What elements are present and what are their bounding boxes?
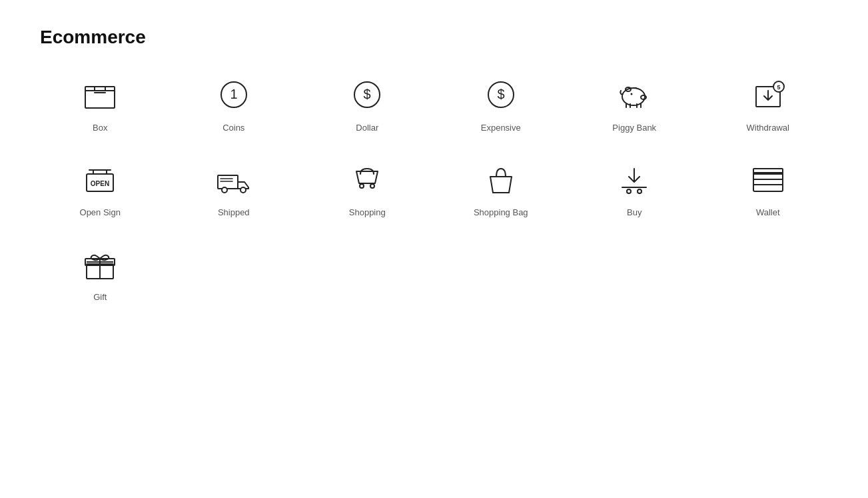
withdrawal-icon: 5 (748, 75, 788, 115)
piggy-bank-icon (614, 75, 654, 115)
expensive-icon: $ (481, 75, 521, 115)
svg-point-18 (222, 187, 227, 193)
icon-item-box[interactable]: Box (40, 75, 161, 133)
wallet-label: Wallet (756, 207, 780, 217)
expensive-label: Expensive (481, 123, 521, 133)
buy-label: Buy (627, 207, 642, 217)
svg-rect-1 (95, 87, 105, 91)
dollar-label: Dollar (356, 123, 378, 133)
icon-item-shopping[interactable]: Shopping (307, 159, 428, 217)
wallet-icon (748, 159, 788, 199)
icon-item-dollar[interactable]: $ Dollar (307, 75, 428, 133)
icon-item-open-sign[interactable]: OPEN Open Sign (40, 159, 161, 217)
open-sign-label: Open Sign (80, 207, 121, 217)
svg-point-20 (360, 184, 364, 188)
svg-text:1: 1 (230, 87, 237, 101)
icon-item-buy[interactable]: Buy (574, 159, 695, 217)
page-title: Ecommerce (40, 27, 828, 48)
svg-point-11 (631, 93, 633, 95)
icon-grid-row3: Gift (40, 244, 828, 302)
shipped-label: Shipped (218, 207, 250, 217)
coins-icon: 1 (214, 75, 254, 115)
icon-item-gift[interactable]: Gift (40, 244, 161, 302)
svg-text:OPEN: OPEN (91, 180, 109, 187)
svg-point-21 (370, 184, 374, 188)
shipped-icon (214, 159, 254, 199)
svg-rect-17 (218, 175, 238, 189)
withdrawal-label: Withdrawal (747, 123, 789, 133)
open-sign-icon: OPEN (80, 159, 120, 199)
icon-grid-row1: Box 1 Coins $ Dollar $ Expensive (40, 75, 828, 133)
piggy-bank-label: Piggy Bank (612, 123, 656, 133)
svg-point-19 (240, 187, 246, 193)
icon-grid-row2: OPEN Open Sign Shipped Shopping (40, 159, 828, 217)
icon-item-shopping-bag[interactable]: Shopping Bag (441, 159, 562, 217)
shopping-bag-label: Shopping Bag (474, 207, 528, 217)
svg-text:5: 5 (777, 84, 780, 91)
icon-item-coins[interactable]: 1 Coins (174, 75, 294, 133)
icon-item-shipped[interactable]: Shipped (174, 159, 294, 217)
shopping-bag-icon (481, 159, 521, 199)
gift-icon (80, 244, 120, 284)
icon-item-wallet[interactable]: Wallet (708, 159, 829, 217)
box-icon (80, 75, 120, 115)
box-label: Box (93, 123, 107, 133)
dollar-icon: $ (347, 75, 387, 115)
svg-point-23 (638, 189, 642, 193)
gift-label: Gift (93, 292, 107, 302)
svg-text:$: $ (364, 87, 371, 101)
icon-item-expensive[interactable]: $ Expensive (441, 75, 562, 133)
shopping-icon (347, 159, 387, 199)
icon-item-piggy-bank[interactable]: Piggy Bank (574, 75, 695, 133)
svg-rect-24 (753, 173, 783, 191)
svg-point-22 (627, 189, 631, 193)
buy-icon (614, 159, 654, 199)
icon-item-withdrawal[interactable]: 5 Withdrawal (708, 75, 829, 133)
svg-rect-0 (85, 87, 115, 108)
coins-label: Coins (222, 123, 244, 133)
svg-text:$: $ (497, 87, 504, 101)
shopping-label: Shopping (349, 207, 386, 217)
